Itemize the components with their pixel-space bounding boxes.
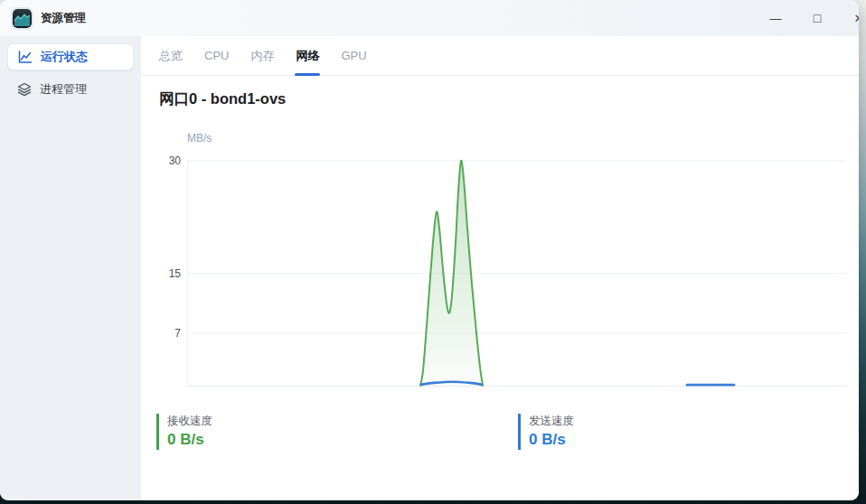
tab-network[interactable]: 网络 — [296, 36, 319, 75]
receive-speed-label: 接收速度 — [167, 414, 518, 429]
minimize-icon[interactable]: — — [755, 0, 796, 36]
tabs-bar: 总览 CPU 内存 网络 GPU — [141, 36, 859, 76]
receive-speed-value: 0 B/s — [167, 429, 518, 450]
tab-gpu[interactable]: GPU — [341, 36, 366, 75]
sidebar: 运行状态 进程管理 — [0, 36, 141, 500]
svg-text:7: 7 — [174, 327, 181, 340]
send-speed-label: 发送速度 — [529, 414, 859, 429]
window-controls: — □ ✕ — [755, 0, 859, 36]
line-chart-icon — [18, 50, 33, 64]
chart-title: 网口0 - bond1-ovs — [159, 89, 859, 109]
svg-text:15: 15 — [169, 267, 182, 280]
tab-cpu[interactable]: CPU — [204, 36, 229, 75]
tab-memory[interactable]: 内存 — [250, 36, 274, 75]
receive-speed-stat: 接收速度 0 B/s — [156, 414, 518, 450]
layers-icon — [17, 82, 32, 97]
sidebar-item-running-status[interactable]: 运行状态 — [7, 43, 134, 70]
close-icon[interactable]: ✕ — [838, 0, 859, 36]
network-chart-svg: 30157 — [159, 148, 847, 392]
speed-stats: 接收速度 0 B/s 发送速度 0 B/s — [156, 414, 859, 450]
send-speed-value: 0 B/s — [529, 429, 859, 450]
maximize-icon[interactable]: □ — [796, 0, 838, 36]
sidebar-item-label: 进程管理 — [40, 81, 87, 98]
chart-unit-label: MB/s — [187, 132, 859, 145]
titlebar: 资源管理 — □ ✕ — [0, 0, 859, 36]
network-chart: 30157 — [159, 148, 859, 396]
sidebar-item-process-management[interactable]: 进程管理 — [7, 76, 134, 103]
svg-text:30: 30 — [169, 154, 182, 167]
app-icon — [13, 9, 32, 28]
window-title: 资源管理 — [41, 11, 86, 26]
send-speed-stat: 发送速度 0 B/s — [518, 414, 859, 450]
app-window: 资源管理 — □ ✕ 运行状态 — [0, 0, 859, 500]
main-content: 总览 CPU 内存 网络 GPU 网口0 - bond1-ovs MB/s 30… — [141, 36, 859, 500]
sidebar-item-label: 运行状态 — [41, 49, 88, 65]
tab-overview[interactable]: 总览 — [159, 36, 183, 75]
